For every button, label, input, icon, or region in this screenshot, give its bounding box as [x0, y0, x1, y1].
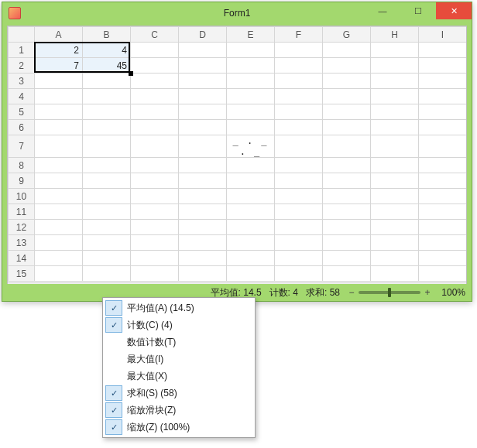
cell[interactable] [227, 89, 275, 104]
cell[interactable] [227, 74, 275, 89]
cell[interactable] [83, 158, 131, 173]
cell[interactable] [371, 220, 419, 235]
cell[interactable] [83, 220, 131, 235]
cell[interactable] [371, 58, 419, 74]
context-menu-item[interactable]: 最大值(X) [105, 368, 253, 385]
cell[interactable] [35, 74, 83, 89]
cell[interactable] [35, 135, 83, 158]
cell[interactable] [131, 235, 179, 251]
cell[interactable] [35, 266, 83, 282]
column-header[interactable]: E [227, 27, 275, 43]
cell[interactable] [83, 204, 131, 220]
cell[interactable] [131, 43, 179, 58]
cell[interactable] [179, 104, 227, 120]
cell[interactable] [371, 266, 419, 282]
cell[interactable] [131, 158, 179, 173]
cell[interactable] [275, 104, 323, 120]
cell[interactable] [419, 251, 467, 266]
cell[interactable] [83, 120, 131, 135]
zoom-in-icon[interactable]: + [424, 287, 431, 298]
cell[interactable] [275, 43, 323, 58]
spreadsheet-grid[interactable]: ABCDEFGHI124274534567_ . _ . _8910111213… [8, 26, 466, 282]
cell[interactable] [131, 266, 179, 282]
cell[interactable] [227, 173, 275, 189]
cell[interactable] [35, 251, 83, 266]
row-header[interactable]: 11 [9, 204, 35, 220]
cell[interactable] [179, 43, 227, 58]
cell[interactable] [83, 173, 131, 189]
cell[interactable] [323, 173, 371, 189]
cell[interactable] [419, 235, 467, 251]
cell[interactable] [275, 266, 323, 282]
row-header[interactable]: 15 [9, 266, 35, 282]
row-header[interactable]: 14 [9, 251, 35, 266]
cell[interactable] [371, 43, 419, 58]
cell[interactable] [227, 158, 275, 173]
cell[interactable] [179, 58, 227, 74]
minimize-button[interactable]: — [365, 2, 400, 19]
cell[interactable] [179, 189, 227, 204]
cell[interactable] [419, 189, 467, 204]
cell[interactable] [227, 220, 275, 235]
statusbar-context-menu[interactable]: ✓平均值(A) (14.5)✓计数(C) (4)数值计数(T)最大值(I)最大值… [102, 297, 256, 438]
cell[interactable] [371, 189, 419, 204]
cell[interactable] [419, 158, 467, 173]
context-menu-item[interactable]: 数值计数(T) [105, 333, 253, 351]
cell[interactable] [179, 266, 227, 282]
cell[interactable] [179, 74, 227, 89]
cell[interactable] [275, 158, 323, 173]
row-header[interactable]: 4 [9, 89, 35, 104]
zoom-out-icon[interactable]: − [348, 287, 355, 298]
cell[interactable] [275, 220, 323, 235]
cell[interactable] [419, 220, 467, 235]
cell[interactable] [35, 204, 83, 220]
row-header[interactable]: 1 [9, 43, 35, 58]
cell[interactable] [227, 251, 275, 266]
cell[interactable] [275, 120, 323, 135]
cell[interactable]: 2 [35, 43, 83, 58]
cell[interactable] [371, 204, 419, 220]
zoom-slider-thumb[interactable] [388, 288, 391, 297]
context-menu-item[interactable]: 最大值(I) [105, 351, 253, 368]
cell[interactable] [227, 266, 275, 282]
cell[interactable] [131, 204, 179, 220]
cell[interactable] [419, 135, 467, 158]
cell[interactable] [131, 104, 179, 120]
row-header[interactable]: 6 [9, 120, 35, 135]
cell[interactable] [323, 235, 371, 251]
cell[interactable] [419, 74, 467, 89]
cell[interactable] [83, 251, 131, 266]
cell[interactable] [275, 204, 323, 220]
cell[interactable] [371, 158, 419, 173]
cell[interactable] [323, 204, 371, 220]
cell[interactable] [131, 89, 179, 104]
cell[interactable] [371, 89, 419, 104]
context-menu-item[interactable]: ✓缩放(Z) (100%) [105, 419, 253, 436]
row-header[interactable]: 2 [9, 58, 35, 74]
cell[interactable] [275, 74, 323, 89]
cell[interactable] [371, 120, 419, 135]
cell[interactable] [323, 189, 371, 204]
cell[interactable] [131, 220, 179, 235]
column-header[interactable]: A [35, 27, 83, 43]
context-menu-item[interactable]: ✓缩放滑块(Z) [105, 402, 253, 419]
cell[interactable] [371, 135, 419, 158]
cell[interactable] [419, 104, 467, 120]
column-header[interactable]: D [179, 27, 227, 43]
row-header[interactable]: 8 [9, 158, 35, 173]
cell[interactable] [371, 104, 419, 120]
cell[interactable] [179, 135, 227, 158]
cell[interactable] [371, 235, 419, 251]
context-menu-item[interactable]: ✓平均值(A) (14.5) [105, 299, 253, 316]
cell[interactable] [35, 220, 83, 235]
row-header[interactable]: 5 [9, 104, 35, 120]
cell[interactable] [419, 266, 467, 282]
cell[interactable] [275, 89, 323, 104]
cell[interactable] [323, 43, 371, 58]
cell[interactable] [371, 74, 419, 89]
column-header[interactable]: C [131, 27, 179, 43]
cell[interactable] [227, 235, 275, 251]
cell[interactable] [323, 89, 371, 104]
cell[interactable] [179, 89, 227, 104]
column-header[interactable]: I [419, 27, 467, 43]
